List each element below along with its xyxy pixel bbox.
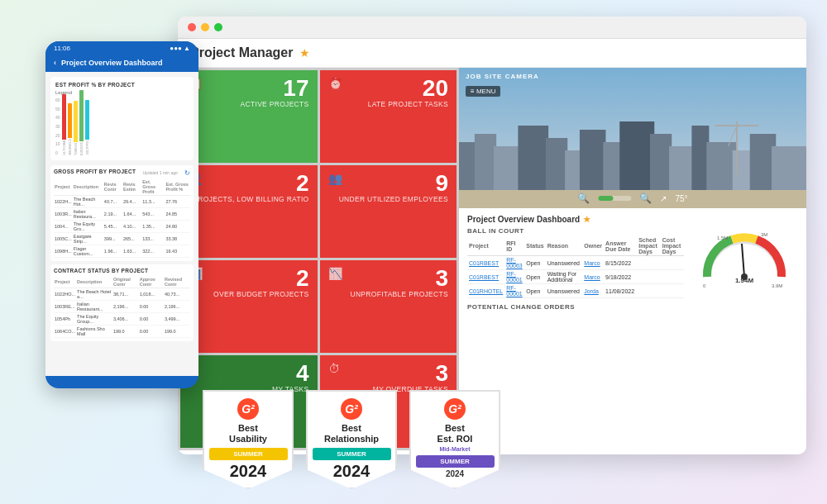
under-utilized-number: 9 <box>328 172 449 195</box>
svg-rect-3 <box>518 126 548 192</box>
table-row: C01RHOTEL RF-00001 Open Unanswered Jorda… <box>467 284 684 298</box>
bar-col: ULTC0BA <box>62 94 66 155</box>
bar-segment <box>62 94 66 140</box>
change-orders-title: POTENTIAL CHANGE ORDERS <box>467 303 684 311</box>
svg-rect-0 <box>459 142 476 192</box>
unprofitable-icon: 📉 <box>328 267 342 280</box>
under-utilized-card[interactable]: 👥 9 UNDER UTILIZED EMPLOYEES <box>320 165 457 258</box>
table-row: 1003R...Italian Restaura...2.19...1.64..… <box>54 208 190 221</box>
over-budget-label: OVER BUDGET PROJECTS <box>189 290 309 298</box>
overdue-tasks-number: 3 <box>328 362 449 385</box>
svg-rect-10 <box>669 146 696 192</box>
gross-profit-section: GROSS PROFIT BY PROJECT Updated 1 min ag… <box>50 165 194 261</box>
dashboard-panel-title: Project Overview Dashboard ★ <box>467 215 684 224</box>
project-link[interactable]: C01RBEST <box>469 260 499 266</box>
svg-text:1.94M: 1.94M <box>735 277 754 284</box>
bar-col: 2017PRO <box>85 100 89 155</box>
refresh-icon[interactable]: ↻ <box>184 169 190 177</box>
back-icon[interactable]: ‹ <box>54 59 56 67</box>
bar-segment <box>79 90 84 141</box>
bar-chart: ULTC0BA B9UINEC2 T98KO3 EVEDO5 <box>62 97 98 155</box>
table-row: 1004...The Equity Gro...5.45...4.10...1.… <box>54 221 190 233</box>
col-owner: Owner <box>582 236 604 256</box>
svg-rect-9 <box>650 134 672 192</box>
badge-ribbon-usability: SUMMER <box>209 448 288 460</box>
unprofitable-card[interactable]: 📉 3 UNPROFITABLE PROJECTS <box>320 260 457 353</box>
active-projects-card[interactable]: 📋 17 ACTIVE PROJECTS <box>180 70 318 163</box>
browser-toolbar <box>178 17 806 39</box>
over-budget-card[interactable]: 📊 2 OVER BUDGET PROJECTS <box>180 260 318 353</box>
svg-rect-8 <box>619 121 654 192</box>
col-due: Answer Due Date <box>604 236 637 256</box>
my-tasks-number: 4 <box>189 362 309 385</box>
zoom-out-icon[interactable]: 🔍 <box>577 193 590 204</box>
overdue-icon: ⏱ <box>328 362 340 375</box>
badge-year-usability: 2024 <box>230 462 267 481</box>
mobile-header: ‹ Project Overview Dashboard <box>45 55 198 72</box>
owner-link[interactable]: Marco <box>584 260 600 266</box>
zoom-in-icon[interactable]: 🔍 <box>639 193 652 204</box>
badge-year-roi: 2024 <box>446 469 464 478</box>
bar-col: T98KO3 <box>74 101 78 155</box>
svg-rect-12 <box>706 142 737 192</box>
svg-line-19 <box>742 244 744 277</box>
table-panel: Project Overview Dashboard ★ BALL IN COU… <box>459 208 806 450</box>
project-link[interactable]: C01RBEST <box>469 274 499 280</box>
table-row: 1054PhThe Equity Group...3,406...0.003,4… <box>54 313 190 326</box>
over-budget-number: 2 <box>189 267 309 290</box>
ball-in-court-title: BALL IN COURT <box>467 227 684 235</box>
table-row: 1064CO...Fashions Sho Mall199.00.00199.0 <box>54 326 190 338</box>
gauge-container: 0 1.5M 3M 3.9M 1.94M <box>691 215 798 444</box>
table-row: C01RBEST RF-00063 Open Unanswered Marco … <box>467 256 684 270</box>
share-icon[interactable]: ↗ <box>660 194 667 203</box>
rfi-link[interactable]: RF-00063 <box>506 257 522 269</box>
col-sched: Sched Impact Days <box>637 236 661 256</box>
badge-main-relationship: BestRelationship <box>324 423 379 445</box>
best-relationship-badge: G² BestRelationship SUMMER 2024 <box>306 390 397 489</box>
badge-shape-relationship: G² BestRelationship SUMMER 2024 <box>306 390 397 489</box>
badge-shape-usability: G² BestUsability SUMMER 2024 <box>203 390 294 489</box>
badge-ribbon-roi: SUMMER <box>416 455 495 468</box>
low-billing-card[interactable]: 👤 2 PROJECTS, LOW BILLING RATIO <box>180 165 318 258</box>
active-projects-label: ACTIVE PROJECTS <box>189 100 309 108</box>
bar-col: B9UINEC2 <box>68 103 72 155</box>
svg-rect-7 <box>603 142 622 192</box>
late-tasks-card[interactable]: ⏰ 20 LATE PROJECT TASKS <box>320 70 457 163</box>
camera-menu-button[interactable]: ≡ MENU <box>466 86 500 97</box>
owner-link[interactable]: Marco <box>584 274 600 280</box>
rfi-link[interactable]: RF-00001 <box>506 285 522 297</box>
badge-year-relationship: 2024 <box>333 462 370 481</box>
late-tasks-label: LATE PROJECT TASKS <box>328 100 449 108</box>
camera-panel: JOB SITE CAMERA <box>459 68 806 208</box>
unprofitable-label: UNPROFITABLE PROJECTS <box>328 290 449 298</box>
mobile-body: EST PROFIT % BY PROJECT Legend 60 50 40 … <box>45 72 198 376</box>
rfi-link[interactable]: RF-00001 <box>506 271 522 283</box>
gross-profit-header-row: GROSS PROFIT BY PROJECT Updated 1 min ag… <box>54 169 190 177</box>
svg-rect-5 <box>565 150 582 192</box>
svg-rect-2 <box>494 146 520 192</box>
gauge-chart: 0 1.5M 3M 3.9M 1.94M <box>699 215 790 289</box>
svg-rect-6 <box>580 130 606 192</box>
mobile-time: 11:06 <box>54 45 70 52</box>
best-usability-badge: G² BestUsability SUMMER 2024 <box>203 390 294 489</box>
employees-icon: 👥 <box>328 172 342 185</box>
best-roi-badge: G² BestEst. ROI Mid-Market SUMMER 2024 <box>409 390 500 489</box>
low-billing-label: PROJECTS, LOW BILLING RATIO <box>189 195 309 203</box>
project-link[interactable]: C01RHOTEL <box>469 288 503 294</box>
col-cost: Cost Impact Days <box>661 236 684 256</box>
table-row: 1022H...The Beach Hot...40.7...29.4...11… <box>54 196 190 208</box>
bar-segment <box>74 101 78 142</box>
bar-segment <box>68 103 72 138</box>
badge-shape-roi: G² BestEst. ROI Mid-Market SUMMER 2024 <box>409 390 500 489</box>
minimize-dot <box>201 23 209 31</box>
svg-rect-4 <box>546 138 567 192</box>
mobile-chart-area: EST PROFIT % BY PROJECT Legend 60 50 40 … <box>50 77 194 160</box>
close-dot <box>188 23 196 31</box>
svg-text:3.9M: 3.9M <box>772 283 782 288</box>
browser-content: Project Manager ★ 📋 17 ACTIVE PROJECTS ⏰ <box>178 39 806 450</box>
gross-profit-title: GROSS PROFIT BY PROJECT <box>54 169 136 174</box>
mobile-signal: ●●● ▲ <box>170 45 190 52</box>
contract-status-section: CONTRACT STATUS BY PROJECT Project Descr… <box>50 264 194 341</box>
owner-link[interactable]: Jorda <box>584 288 599 294</box>
camera-label: JOB SITE CAMERA <box>466 73 539 80</box>
